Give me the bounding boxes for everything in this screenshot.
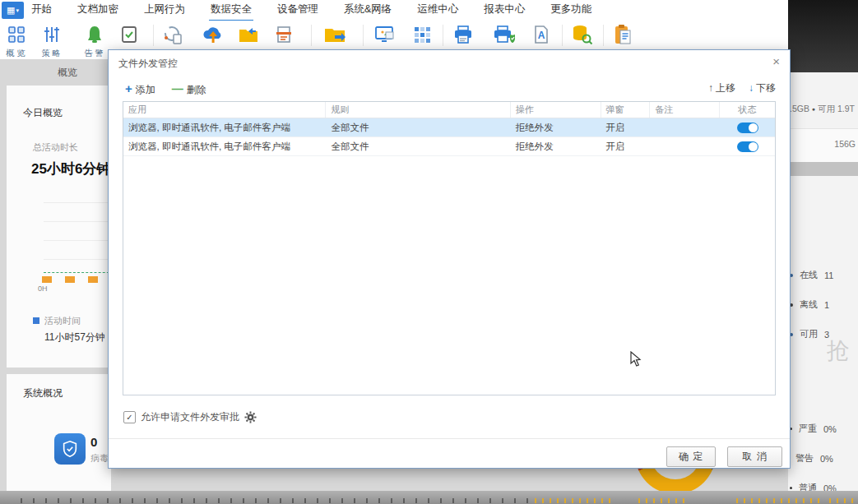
- antivirus-tile[interactable]: [54, 433, 86, 465]
- system-heading: 系统概况: [23, 386, 63, 400]
- virus-count: 0: [90, 435, 97, 449]
- alert-severe-row: 严重0%: [790, 423, 837, 435]
- sync-doc-icon[interactable]: [160, 23, 185, 46]
- shield-check-icon: [61, 440, 79, 458]
- header-rule[interactable]: 规则: [326, 102, 510, 118]
- tab-start[interactable]: 开始: [30, 0, 53, 21]
- printer-shield-icon[interactable]: [492, 23, 517, 46]
- alert-warning-row: 警告0%: [795, 452, 833, 465]
- tab-report-center[interactable]: 报表中心: [482, 0, 526, 21]
- printer-icon[interactable]: [451, 23, 475, 46]
- move-down-button[interactable]: ↓下移: [749, 81, 776, 95]
- minus-icon: —: [172, 82, 183, 95]
- storage-band-2: 156G: [788, 128, 858, 162]
- endpoint-online-row: 在线11: [790, 269, 833, 281]
- activity-bar: [42, 276, 52, 283]
- tab-web-behavior[interactable]: 上网行为: [142, 0, 187, 21]
- alert-bell-icon[interactable]: [82, 23, 107, 46]
- menu-tabs: 开始 文档加密 上网行为 数据安全 设备管理 系统&网络 运维中心 报表中心 更…: [30, 0, 593, 21]
- toolbar-separator: [153, 25, 154, 46]
- folder-send-icon[interactable]: [322, 23, 347, 46]
- total-activity-value: 25小时6分钟: [31, 160, 110, 178]
- total-activity-label: 总活动时长: [33, 141, 78, 154]
- tab-doc-encryption[interactable]: 文档加密: [76, 0, 120, 21]
- toolbar-separator: [562, 25, 563, 46]
- header-status[interactable]: 状态: [720, 102, 775, 118]
- status-dot-icon: [790, 487, 792, 489]
- cropped-text-marks-gold: [736, 498, 823, 503]
- bottom-cropped-text-strip: [0, 491, 858, 504]
- header-action[interactable]: 操作: [511, 102, 601, 118]
- chart-gridline: [44, 240, 114, 241]
- cropped-text-marks: [21, 498, 531, 503]
- delete-button[interactable]: —删除: [172, 82, 206, 97]
- file-outgoing-control-dialog: 文件外发管控 × +添加 —删除 ↑上移 ↓下移 应用 规则 操作 弹窗 备注 …: [108, 49, 791, 469]
- add-button[interactable]: +添加: [125, 81, 155, 97]
- cropped-text-marks-gold: [535, 498, 610, 503]
- table-header-row: 应用 规则 操作 弹窗 备注 状态: [123, 102, 775, 118]
- tab-more-functions[interactable]: 更多功能: [549, 0, 593, 21]
- close-icon[interactable]: ×: [772, 54, 780, 68]
- table-row[interactable]: 浏览器, 即时通讯软件, 电子邮件客户端 全部文件 拒绝外发 开启: [123, 137, 775, 156]
- screen-watermark-icon[interactable]: [373, 23, 397, 46]
- page-tab-overview[interactable]: 概览: [58, 66, 77, 80]
- gear-icon[interactable]: [244, 411, 257, 423]
- dialog-title: 文件外发管控: [118, 57, 178, 71]
- header-popup[interactable]: 弹窗: [601, 102, 651, 118]
- toolbar-label-overview[interactable]: 概 览: [2, 48, 29, 59]
- document-a-icon[interactable]: A: [529, 23, 554, 46]
- toolbar-separator: [311, 25, 312, 46]
- move-up-button[interactable]: ↑上移: [708, 81, 735, 95]
- dialog-action-bar: +添加 —删除: [125, 81, 206, 97]
- plus-icon: +: [125, 81, 132, 95]
- approval-label: 允许申请文件外发审批: [141, 410, 239, 424]
- app-logo-button[interactable]: ▦▾: [2, 2, 24, 19]
- toolbar-separator: [363, 25, 364, 46]
- task-check-icon[interactable]: [117, 23, 141, 46]
- database-search-icon[interactable]: [569, 23, 594, 46]
- legend-swatch: [33, 317, 39, 324]
- dialog-move-bar: ↑上移 ↓下移: [708, 81, 776, 95]
- storage-line: .5GB ● 可用 1.9T: [790, 104, 855, 115]
- right-panel-sliver: .5GB ● 可用 1.9T 156G 在线11 离线1 可用3 严重0% 警告…: [788, 72, 858, 504]
- storage2-value: 156G: [834, 139, 856, 149]
- watermark-text: 抢: [827, 335, 850, 367]
- approval-checkbox[interactable]: ✓: [123, 411, 136, 423]
- screen-dark-corner: [788, 0, 858, 72]
- legend-label: 活动时间: [44, 315, 81, 327]
- arrow-down-icon: ↓: [749, 82, 754, 94]
- today-heading: 今日概览: [23, 106, 63, 120]
- print-document-icon[interactable]: [271, 23, 296, 46]
- folder-return-icon[interactable]: [236, 23, 261, 46]
- policy-sliders-icon[interactable]: [39, 23, 64, 46]
- footer-separator: [109, 438, 790, 439]
- status-toggle[interactable]: [737, 141, 758, 152]
- arrow-up-icon: ↑: [708, 82, 713, 94]
- chart-gridline: [44, 202, 114, 203]
- overview-grid-icon[interactable]: [4, 23, 29, 46]
- clipboard-doc-icon[interactable]: [610, 23, 635, 46]
- today-overview-panel: 今日概览 总活动时长 25小时6分钟 0H 活动时间 11小时57分钟: [7, 86, 111, 368]
- tab-device-management[interactable]: 设备管理: [276, 0, 320, 21]
- mosaic-icon[interactable]: [410, 23, 434, 46]
- tab-system-network[interactable]: 系统&网络: [342, 0, 393, 21]
- tab-ops-center[interactable]: 运维中心: [415, 0, 460, 21]
- status-toggle[interactable]: [737, 123, 758, 133]
- toolbar-label-alert[interactable]: 告 警: [81, 48, 107, 59]
- ok-button[interactable]: 确 定: [666, 446, 716, 467]
- chart-dashed-target-line: [44, 272, 114, 273]
- toolbar-label-policy[interactable]: 策 略: [38, 48, 64, 59]
- cloud-upload-icon[interactable]: [201, 23, 225, 46]
- header-remark[interactable]: 备注: [650, 102, 720, 118]
- chevron-down-icon: ▾: [16, 7, 19, 14]
- bullet-icon: ●: [812, 106, 815, 112]
- cropped-text-marks-gold: [638, 498, 688, 503]
- menu-bar: ▦▾ 开始 文档加密 上网行为 数据安全 设备管理 系统&网络 运维中心 报表中…: [0, 0, 788, 21]
- chart-gridline: [44, 221, 114, 222]
- grid-logo-icon: ▦: [7, 5, 15, 16]
- mouse-cursor: [630, 351, 642, 371]
- tab-data-security[interactable]: 数据安全: [209, 0, 253, 21]
- table-row[interactable]: 浏览器, 即时通讯软件, 电子邮件客户端 全部文件 拒绝外发 开启: [123, 118, 775, 137]
- cancel-button[interactable]: 取 消: [727, 446, 782, 467]
- header-app[interactable]: 应用: [123, 102, 326, 118]
